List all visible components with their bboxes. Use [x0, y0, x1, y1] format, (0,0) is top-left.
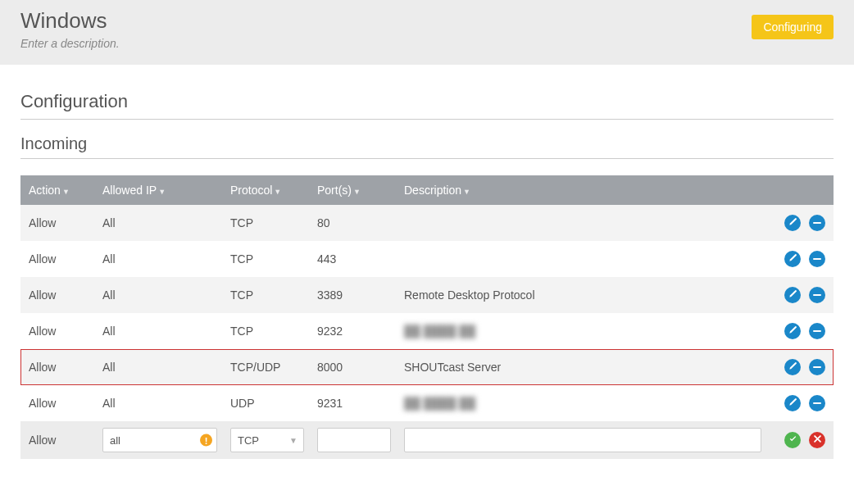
pencil-icon	[788, 397, 797, 409]
x-icon	[813, 434, 822, 446]
cell-ports: 3389	[311, 277, 397, 313]
remove-button[interactable]	[809, 251, 825, 267]
table-header-row: Action▼ Allowed IP▼ Protocol▼ Port(s)▼ D…	[20, 175, 834, 205]
cell-action: Allow	[20, 205, 96, 241]
sort-icon: ▼	[158, 188, 166, 196]
column-header-description-label: Description	[404, 184, 461, 197]
cell-ports: 8000	[311, 349, 397, 385]
column-header-ip-label: Allowed IP	[102, 184, 157, 197]
minus-icon	[813, 366, 821, 369]
edit-button[interactable]	[784, 287, 801, 303]
cell-row-actions	[768, 421, 834, 459]
remove-button[interactable]	[809, 359, 825, 375]
minus-icon	[813, 402, 821, 405]
column-header-description[interactable]: Description▼	[397, 175, 768, 205]
cell-ports: 9231	[311, 385, 397, 421]
column-header-action[interactable]: Action▼	[20, 175, 96, 205]
cell-protocol-input: ▼	[224, 421, 311, 459]
cell-ip: All	[96, 205, 224, 241]
minus-icon	[813, 222, 821, 225]
edit-button[interactable]	[784, 395, 801, 411]
check-icon	[788, 434, 797, 446]
minus-icon	[813, 294, 821, 297]
cell-action: Allow	[20, 313, 96, 349]
cell-description: ██ ████ ██	[397, 385, 768, 421]
table-row: AllowAllTCP80	[20, 205, 834, 241]
protocol-select[interactable]	[230, 428, 304, 452]
table-row: AllowAllTCP3389Remote Desktop Protocol	[20, 277, 834, 313]
minus-icon	[813, 258, 821, 261]
cell-row-actions	[768, 241, 834, 277]
cell-ip: All	[96, 385, 224, 421]
column-header-ip[interactable]: Allowed IP▼	[96, 175, 224, 205]
column-header-protocol-label: Protocol	[230, 184, 272, 197]
edit-button[interactable]	[784, 323, 801, 339]
cell-protocol: TCP	[224, 205, 311, 241]
cell-description	[397, 241, 768, 277]
header-bar: Windows Enter a description. Configuring	[0, 0, 854, 65]
column-header-protocol[interactable]: Protocol▼	[224, 175, 311, 205]
cell-ports-input	[311, 421, 397, 459]
ports-input[interactable]	[317, 428, 391, 452]
confirm-button[interactable]	[784, 432, 801, 448]
cell-row-actions	[768, 277, 834, 313]
cell-action: Allow	[20, 241, 96, 277]
pencil-icon	[788, 361, 797, 373]
remove-button[interactable]	[809, 323, 825, 339]
cell-description	[397, 205, 768, 241]
cell-description: SHOUTcast Server	[397, 349, 768, 385]
description-input[interactable]	[404, 428, 761, 452]
table-row: AllowAllTCP9232██ ████ ██	[20, 313, 834, 349]
edit-button[interactable]	[784, 215, 801, 231]
cell-row-actions	[768, 349, 834, 385]
cell-description: ██ ████ ██	[397, 313, 768, 349]
content: Configuration Incoming Action▼ Allowed I…	[0, 65, 854, 492]
cell-description-input	[397, 421, 768, 459]
cell-protocol: TCP	[224, 313, 311, 349]
table-row: AllowAllTCP443	[20, 241, 834, 277]
edit-button[interactable]	[784, 251, 801, 267]
rules-table: Action▼ Allowed IP▼ Protocol▼ Port(s)▼ D…	[20, 175, 834, 459]
remove-button[interactable]	[809, 287, 825, 303]
cell-row-actions	[768, 313, 834, 349]
sort-icon: ▼	[353, 188, 361, 196]
subsection-title: Incoming	[20, 134, 834, 159]
remove-button[interactable]	[809, 395, 825, 411]
column-header-ports-label: Port(s)	[317, 184, 352, 197]
cell-ip-input: !	[96, 421, 224, 459]
cell-protocol: TCP	[224, 241, 311, 277]
cell-row-actions	[768, 205, 834, 241]
page-title: Windows	[20, 8, 120, 34]
pencil-icon	[788, 289, 797, 301]
sort-icon: ▼	[62, 188, 70, 196]
warning-icon: !	[200, 434, 212, 447]
column-header-action-label: Action	[29, 184, 61, 197]
cell-ip: All	[96, 241, 224, 277]
header-left: Windows Enter a description.	[20, 8, 120, 50]
sort-icon: ▼	[274, 188, 281, 196]
cell-ports: 9232	[311, 313, 397, 349]
cancel-button[interactable]	[809, 432, 825, 448]
sort-icon: ▼	[463, 188, 470, 196]
cell-description: Remote Desktop Protocol	[397, 277, 768, 313]
edit-button[interactable]	[784, 359, 801, 375]
cell-action: Allow	[20, 349, 96, 385]
cell-ip: All	[96, 277, 224, 313]
cell-ports: 80	[311, 205, 397, 241]
pencil-icon	[788, 325, 797, 337]
page-subtitle: Enter a description.	[20, 37, 120, 50]
cell-row-actions	[768, 385, 834, 421]
column-header-ports[interactable]: Port(s)▼	[311, 175, 397, 205]
cell-action: Allow	[20, 277, 96, 313]
new-rule-row: Allow!▼	[20, 421, 834, 459]
cell-protocol: TCP	[224, 277, 311, 313]
remove-button[interactable]	[809, 215, 825, 231]
pencil-icon	[788, 217, 797, 229]
cell-protocol: UDP	[224, 385, 311, 421]
status-badge: Configuring	[752, 15, 834, 39]
column-header-actions	[768, 175, 834, 205]
cell-ports: 443	[311, 241, 397, 277]
cell-protocol: TCP/UDP	[224, 349, 311, 385]
cell-action: Allow	[20, 421, 96, 459]
section-title: Configuration	[20, 91, 834, 120]
